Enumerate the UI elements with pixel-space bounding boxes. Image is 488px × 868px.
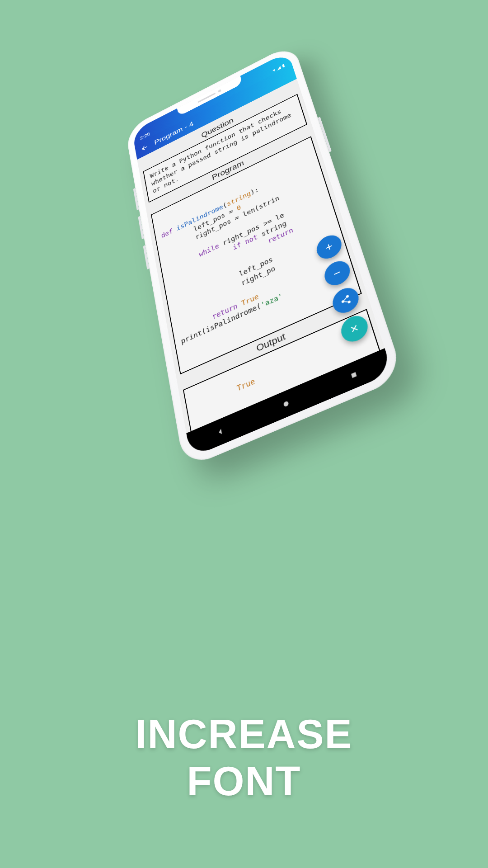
- phone-mockup: 2:25 ▾ ◢ ▮ Program - 4 Question Write a …: [125, 43, 404, 469]
- caption-line1: INCREASE: [135, 712, 352, 757]
- svg-rect-4: [351, 372, 357, 378]
- phone-screen: 2:25 ▾ ◢ ▮ Program - 4 Question Write a …: [132, 52, 393, 458]
- back-button[interactable]: [140, 143, 149, 153]
- wifi-icon: ▾: [272, 67, 276, 73]
- marketing-caption: INCREASE FONT: [0, 711, 488, 805]
- battery-icon: ▮: [282, 63, 286, 68]
- nav-home-button[interactable]: [280, 397, 292, 411]
- caption-line2: FONT: [187, 759, 301, 804]
- nav-back-button[interactable]: [215, 425, 226, 439]
- nav-recent-button[interactable]: [347, 368, 361, 382]
- svg-point-3: [283, 401, 289, 407]
- signal-icon: ◢: [276, 65, 281, 71]
- output-value: True: [236, 377, 256, 393]
